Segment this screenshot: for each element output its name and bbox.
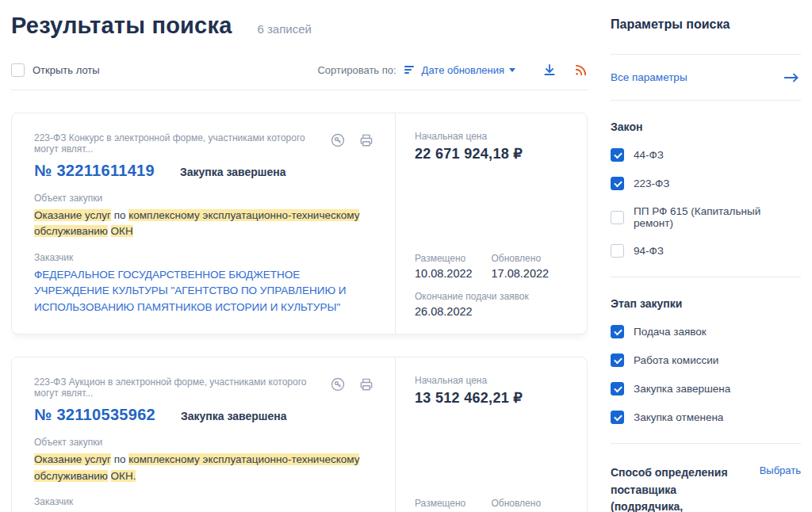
result-card: 223-ФЗ Аукцион в электронной форме, учас… — [11, 357, 588, 512]
filter-label: 44-ФЗ — [634, 149, 664, 161]
printer-icon[interactable] — [358, 132, 374, 148]
object-label: Объект закупки — [34, 437, 374, 448]
updated-label: Обновлено — [492, 253, 569, 264]
sort-zone: Сортировать по: Дате обновления — [317, 63, 588, 77]
sidebar-divider — [611, 443, 801, 444]
sidebar-divider — [611, 277, 801, 277]
updated-label: Обновлено — [492, 498, 569, 509]
card-main-info: 223-ФЗ Аукцион в электронной форме, учас… — [12, 357, 395, 512]
price-label: Начальная цена — [415, 131, 568, 142]
filter-law-44fz[interactable]: 44-ФЗ — [611, 148, 801, 162]
all-params-link[interactable]: Все параметры — [611, 55, 801, 100]
card-icons — [330, 132, 374, 148]
download-icon[interactable] — [542, 63, 557, 77]
key-circle-icon[interactable] — [330, 376, 346, 392]
stage-section-title: Этап закупки — [611, 297, 801, 310]
filter-label: Подача заявок — [634, 326, 707, 338]
open-lots-toggle[interactable]: Открыть лоты — [11, 63, 100, 77]
card-icons — [330, 376, 374, 392]
page: Результаты поиска 6 записей Открыть лоты… — [0, 0, 812, 512]
purchase-number-link[interactable]: № 32110535962 — [34, 406, 155, 424]
toolbar-divider — [11, 90, 588, 90]
purchase-object: Оказание услуг по комплексному эксплуата… — [34, 208, 374, 240]
all-params-label: Все параметры — [611, 71, 688, 83]
placed-label: Размещено — [415, 498, 492, 509]
search-params-sidebar: Параметры поиска Все параметры Закон 44-… — [611, 0, 801, 512]
key-circle-icon[interactable] — [330, 132, 346, 148]
customer-label: Заказчик — [34, 252, 374, 263]
price-label: Начальная цена — [415, 375, 568, 386]
caret-down-icon — [509, 68, 515, 72]
toolbar-icons — [542, 63, 588, 77]
checkbox[interactable] — [611, 148, 624, 162]
customer-link[interactable]: ФЕДЕРАЛЬНОЕ ГОСУДАРСТВЕННОЕ БЮДЖЕТНОЕ УЧ… — [34, 267, 374, 317]
placed-label: Размещено — [415, 253, 492, 264]
filter-label: ПП РФ 615 (Капитальный ремонт) — [634, 205, 801, 229]
method-section-title: Способ определения поставщика (подрядчик… — [611, 464, 731, 512]
status-badge: Закупка завершена — [181, 410, 287, 422]
filter-stage-completed[interactable]: Закупка завершена — [611, 382, 801, 395]
method-section: Способ определения поставщика (подрядчик… — [611, 464, 801, 512]
purchase-object: Оказание услуг по комплексному эксплуата… — [34, 452, 374, 484]
printer-icon[interactable] — [358, 376, 374, 392]
filter-law-94fz[interactable]: 94-ФЗ — [611, 244, 801, 258]
sidebar-divider — [611, 100, 801, 101]
result-card: 223-ФЗ Конкурс в электронной форме, учас… — [11, 113, 588, 334]
card-price-info: Начальная цена 13 512 462,21 ₽ Размещено… — [395, 357, 587, 512]
sort-value-dropdown[interactable]: Дате обновления — [422, 64, 515, 76]
purchase-number-link[interactable]: № 32211611419 — [34, 162, 155, 180]
filter-label: Работа комиссии — [634, 354, 718, 366]
object-label: Объект закупки — [34, 193, 374, 204]
checkbox[interactable] — [611, 177, 624, 190]
sort-value-label: Дате обновления — [422, 64, 504, 76]
filter-stage-commission[interactable]: Работа комиссии — [611, 353, 801, 367]
open-lots-label: Открыть лоты — [33, 64, 100, 76]
filter-label: 223-ФЗ — [634, 178, 669, 189]
law-section-title: Закон — [611, 120, 801, 133]
results-header: Результаты поиска 6 записей — [11, 13, 588, 39]
open-lots-checkbox[interactable] — [11, 63, 25, 77]
filter-label: 94-ФЗ — [634, 245, 664, 257]
checkbox[interactable] — [611, 211, 624, 224]
checkbox[interactable] — [611, 411, 624, 424]
card-price-info: Начальная цена 22 671 924,18 ₽ Размещено… — [395, 113, 587, 334]
rss-icon[interactable] — [574, 63, 588, 77]
updated-date: 17.08.2022 — [492, 267, 569, 280]
checkbox[interactable] — [611, 382, 624, 395]
card-main-info: 223-ФЗ Конкурс в электронной форме, учас… — [12, 113, 395, 334]
sort-icon[interactable] — [404, 66, 414, 74]
filter-stage-cancelled[interactable]: Закупка отменена — [611, 411, 801, 424]
method-select-link[interactable]: Выбрать — [760, 464, 801, 512]
results-column: Результаты поиска 6 записей Открыть лоты… — [11, 0, 588, 512]
checkbox[interactable] — [611, 244, 624, 258]
filter-stage-submission[interactable]: Подача заявок — [611, 325, 801, 338]
sort-by-label: Сортировать по: — [317, 64, 396, 76]
customer-label: Заказчик — [34, 496, 374, 507]
placed-date: 10.08.2022 — [415, 267, 492, 280]
status-badge: Закупка завершена — [180, 166, 286, 178]
initial-price: 22 671 924,18 ₽ — [415, 145, 568, 162]
sidebar-title: Параметры поиска — [611, 17, 801, 32]
arrow-right-icon — [783, 72, 799, 83]
filter-label: Закупка завершена — [634, 383, 730, 395]
results-toolbar: Открыть лоты Сортировать по: Дате обновл… — [11, 63, 588, 77]
deadline-label: Окончание подачи заявок — [415, 291, 568, 302]
deadline-date: 26.08.2022 — [415, 305, 568, 318]
checkbox[interactable] — [611, 353, 624, 367]
checkbox[interactable] — [611, 325, 624, 338]
procedure-type: 223-ФЗ Аукцион в электронной форме, учас… — [34, 376, 320, 399]
procedure-type: 223-ФЗ Конкурс в электронной форме, учас… — [34, 132, 320, 155]
initial-price: 13 512 462,21 ₽ — [415, 389, 568, 407]
filter-law-pprf615[interactable]: ПП РФ 615 (Капитальный ремонт) — [611, 205, 801, 229]
records-count: 6 записей — [257, 22, 311, 36]
page-title: Результаты поиска — [11, 13, 232, 39]
filter-label: Закупка отменена — [634, 411, 723, 423]
filter-law-223fz[interactable]: 223-ФЗ — [611, 177, 801, 190]
